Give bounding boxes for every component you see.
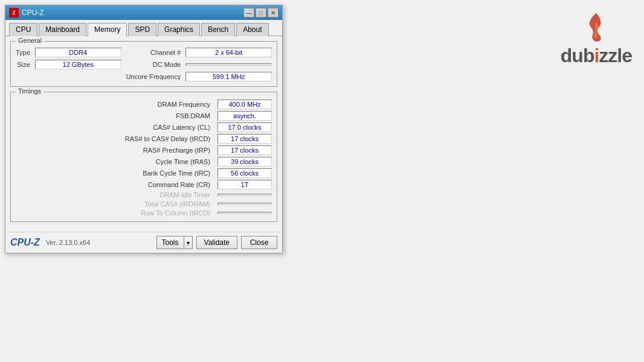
channel-value: 2 x 64-bit <box>185 48 272 57</box>
tools-button[interactable]: Tools <box>156 236 184 249</box>
uncore-label: Uncore Frequency <box>126 73 181 80</box>
main-content: General Type DDR4 Channel # 2 x 64-bit S… <box>5 36 282 232</box>
timing-value-0: 400.0 MHz <box>217 100 272 109</box>
timing-value-2: 17.0 clocks <box>217 122 272 132</box>
timing-label-3: RAS# to CAS# Delay (tRCD) <box>16 135 213 142</box>
timing-label-4: RAS# Precharge (tRP) <box>16 147 213 154</box>
timing-value-8 <box>217 194 272 196</box>
dc-mode-value <box>185 63 272 66</box>
title-buttons: — □ ✕ <box>243 8 279 17</box>
app-icon: Z <box>9 8 19 17</box>
tab-graphics[interactable]: Graphics <box>158 23 200 36</box>
dubizzle-branding: dubizzle <box>561 12 632 67</box>
minimize-button[interactable]: — <box>243 8 254 17</box>
brand-text: CPU-Z <box>10 237 40 248</box>
version-text: Ver. 2.13.0.x64 <box>46 239 153 246</box>
timing-value-4: 17 clocks <box>217 145 272 155</box>
timing-value-10 <box>217 212 272 214</box>
general-grid: Type DDR4 Channel # 2 x 64-bit Size 12 G… <box>16 48 272 81</box>
tab-bench[interactable]: Bench <box>201 23 235 36</box>
timing-value-9 <box>217 203 272 205</box>
timing-label-10: Row To Column (tRCD) <box>16 209 213 217</box>
timing-label-8: DRAM Idle Timer <box>16 191 213 198</box>
channel-label: Channel # <box>126 49 181 56</box>
timing-value-7: 1T <box>217 180 272 189</box>
uncore-value: 599.1 MHz <box>185 72 272 81</box>
maximize-button[interactable]: □ <box>256 8 266 17</box>
dubizzle-flame-icon <box>584 12 608 42</box>
size-label: Size <box>16 61 30 68</box>
timing-label-9: Total CAS# (tRDRAM) <box>16 200 213 208</box>
tab-mainboard[interactable]: Mainboard <box>39 23 86 36</box>
title-text: CPU-Z <box>22 8 243 17</box>
bottom-bar: CPU-Z Ver. 2.13.0.x64 Tools ▾ Validate C… <box>5 232 282 253</box>
tab-memory[interactable]: Memory <box>88 23 127 36</box>
tools-dropdown-arrow[interactable]: ▾ <box>184 236 193 249</box>
title-bar: Z CPU-Z — □ ✕ <box>5 5 282 20</box>
cpu-z-window: Z CPU-Z — □ ✕ CPU Mainboard Memory SPD G… <box>5 5 283 253</box>
dc-mode-label: DC Mode <box>126 61 181 68</box>
timings-group: Timings DRAM Frequency 400.0 MHz FSB:DRA… <box>10 92 277 222</box>
tab-bar: CPU Mainboard Memory SPD Graphics Bench … <box>5 20 282 36</box>
timing-label-7: Command Rate (CR) <box>16 181 213 188</box>
timings-grid: DRAM Frequency 400.0 MHz FSB:DRAM asynch… <box>16 100 272 217</box>
general-group-label: General <box>16 37 44 44</box>
timing-label-0: DRAM Frequency <box>16 101 213 108</box>
type-value: DDR4 <box>35 48 121 57</box>
dubizzle-text: dubizzle <box>561 45 632 67</box>
timing-label-5: Cycle Time (tRAS) <box>16 158 213 165</box>
timing-value-3: 17 clocks <box>217 134 272 144</box>
tab-spd[interactable]: SPD <box>128 23 156 36</box>
timing-label-6: Bank Cycle Time (tRC) <box>16 170 213 177</box>
timing-value-5: 39 clocks <box>217 157 272 167</box>
size-value: 12 GBytes <box>35 60 121 69</box>
timings-group-label: Timings <box>16 87 43 95</box>
validate-button[interactable]: Validate <box>196 236 237 249</box>
tab-about[interactable]: About <box>236 23 268 36</box>
tab-cpu[interactable]: CPU <box>9 23 37 36</box>
close-button[interactable]: ✕ <box>268 8 279 17</box>
general-group: General Type DDR4 Channel # 2 x 64-bit S… <box>10 41 277 87</box>
timing-value-1: asynch. <box>217 111 272 121</box>
timing-label-1: FSB:DRAM <box>16 112 213 119</box>
timing-label-2: CAS# Latency (CL) <box>16 124 213 131</box>
tools-button-group: Tools ▾ <box>156 236 193 249</box>
timing-value-6: 56 clocks <box>217 168 272 178</box>
close-main-button[interactable]: Close <box>241 236 277 249</box>
app-icon-label: Z <box>12 10 16 16</box>
type-label: Type <box>16 49 30 56</box>
